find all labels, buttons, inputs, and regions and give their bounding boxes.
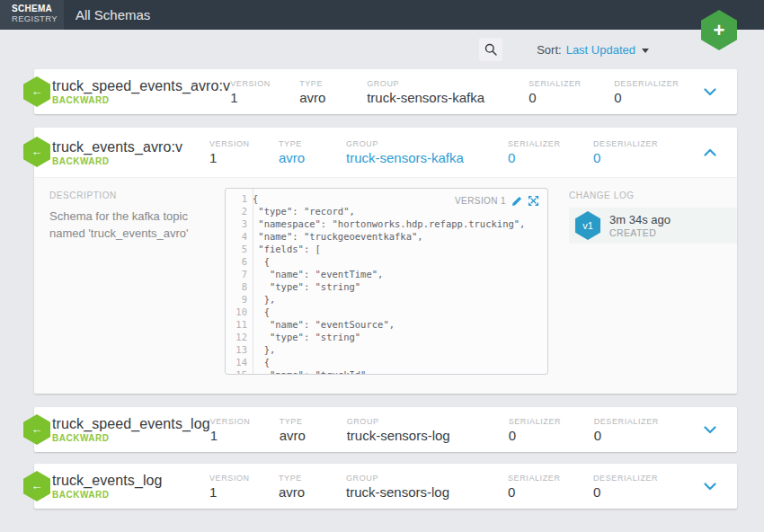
- line-number: 9: [226, 293, 253, 306]
- code-line: "name": "eventSource",: [253, 318, 395, 331]
- version-field: VERSION 1: [230, 79, 299, 105]
- deserializer-field: DESERIALIZER 0: [593, 139, 683, 165]
- type-field: TYPE avro: [280, 417, 347, 443]
- logo-line-2: REGISTRY: [12, 14, 64, 24]
- line-number: 15: [226, 368, 253, 375]
- compatibility-badge: BACKWARD: [52, 490, 209, 500]
- chevron-down-icon: [704, 483, 716, 491]
- code-version-label: VERSION 1: [455, 196, 506, 206]
- line-number: 11: [226, 318, 253, 331]
- type-value: avro: [299, 90, 367, 105]
- logo-line-1: SCHEMA: [12, 4, 64, 14]
- pencil-icon: [511, 196, 522, 207]
- compatibility-badge: BACKWARD: [52, 95, 230, 105]
- code-line: "fields": [: [253, 243, 321, 255]
- schema-name: truck_events_avro:v: [52, 139, 209, 155]
- changelog-section: CHANGE LOG v1 3m 34s ago CREATED: [569, 191, 737, 244]
- code-line: },: [253, 293, 275, 306]
- serializer-field: SERIALIZER 0: [508, 474, 593, 500]
- type-field: TYPE avro: [299, 79, 367, 105]
- serializer-value: 0: [508, 150, 593, 165]
- changelog-action: CREATED: [609, 227, 671, 238]
- deserializer-label: DESERIALIZER: [593, 474, 683, 483]
- version-label: VERSION: [210, 417, 280, 426]
- gutter-divider: [253, 189, 253, 374]
- deserializer-field: DESERIALIZER 0: [593, 474, 683, 500]
- line-number: 8: [226, 280, 253, 293]
- code-line: "namespace": "hortonworks.hdp.refapp.tru…: [253, 217, 525, 230]
- schema-card-header[interactable]: truck_events_log BACKWARD VERSION 1 TYPE…: [34, 464, 737, 509]
- fullscreen-button[interactable]: [528, 195, 539, 207]
- compatibility-badge: BACKWARD: [52, 433, 210, 443]
- line-number: 10: [226, 306, 253, 318]
- serializer-value: 0: [508, 484, 593, 500]
- schema-card-header[interactable]: truck_speed_events_avro:v BACKWARD VERSI…: [34, 69, 737, 114]
- group-field: GROUP truck-sensors-kafka: [367, 79, 529, 105]
- line-number: 2: [226, 205, 253, 217]
- chevron-up-icon: [704, 148, 716, 156]
- schema-card: ← truck_events_log BACKWARD VERSION 1 TY…: [34, 464, 737, 509]
- schema-detail-panel: DESCRIPTION Schema for the kafka topic n…: [34, 177, 737, 394]
- serializer-value: 0: [509, 428, 594, 443]
- group-field: GROUP truck-sensors-log: [346, 474, 508, 500]
- schema-card-header[interactable]: truck_speed_events_log BACKWARD VERSION …: [34, 407, 737, 452]
- schema-list: ← truck_speed_events_avro:v BACKWARD VER…: [0, 69, 764, 509]
- group-label: GROUP: [367, 79, 529, 88]
- type-field: TYPE avro: [279, 474, 346, 500]
- code-line: "type": "string": [253, 331, 360, 343]
- code-line: "name": "truckgeoeventkafka",: [253, 230, 423, 243]
- sort-dropdown[interactable]: Sort: Last Updated: [537, 43, 649, 57]
- app-logo[interactable]: SCHEMA REGISTRY: [0, 0, 64, 30]
- search-button[interactable]: [479, 38, 502, 61]
- type-value: avro: [279, 484, 346, 500]
- line-number: 13: [226, 343, 253, 356]
- version-value: 1: [209, 150, 279, 165]
- deserializer-label: DESERIALIZER: [614, 79, 683, 88]
- changelog-texts: 3m 34s ago CREATED: [609, 213, 671, 238]
- group-value: truck-sensors-kafka: [346, 150, 508, 165]
- line-number: 4: [226, 230, 253, 243]
- app-header: SCHEMA REGISTRY All Schemas: [0, 0, 764, 30]
- code-line: {: [253, 255, 270, 268]
- serializer-field: SERIALIZER 0: [529, 79, 614, 105]
- schema-card-expanded: ← truck_events_avro:v BACKWARD VERSION 1…: [34, 128, 737, 394]
- expand-card-button[interactable]: [683, 464, 737, 509]
- serializer-field: SERIALIZER 0: [508, 139, 593, 165]
- group-label: GROUP: [347, 417, 509, 426]
- sort-label: Sort:: [537, 43, 561, 57]
- edit-schema-button[interactable]: [511, 196, 522, 207]
- version-hexagon-badge: v1: [575, 211, 600, 240]
- schema-name-block: truck_speed_events_log BACKWARD: [52, 416, 210, 443]
- deserializer-value: 0: [594, 428, 683, 443]
- code-line: "type": "string": [253, 280, 360, 293]
- type-label: TYPE: [299, 79, 367, 88]
- version-label: VERSION: [230, 79, 299, 88]
- code-version-bar: VERSION 1: [455, 195, 539, 207]
- group-label: GROUP: [346, 139, 508, 148]
- sort-value: Last Updated: [566, 43, 635, 57]
- expand-card-button[interactable]: [683, 407, 737, 452]
- chevron-down-icon: [704, 426, 716, 434]
- group-value: truck-sensors-log: [346, 484, 508, 500]
- version-value: 1: [209, 484, 279, 500]
- deserializer-value: 0: [614, 90, 683, 105]
- changelog-entry: v1 3m 34s ago CREATED: [569, 208, 737, 244]
- version-label: VERSION: [209, 139, 279, 148]
- description-label: DESCRIPTION: [49, 191, 222, 200]
- line-number: 6: [226, 255, 253, 268]
- schema-card: ← truck_speed_events_avro:v BACKWARD VER…: [34, 69, 737, 114]
- schema-name: truck_speed_events_avro:v: [52, 78, 230, 94]
- code-line: "type": "record",: [253, 205, 355, 217]
- schema-card-header[interactable]: truck_events_avro:v BACKWARD VERSION 1 T…: [34, 128, 737, 177]
- schema-code-viewer: 1{ 2 "type": "record", 3 "namespace": "h…: [225, 188, 548, 375]
- type-label: TYPE: [279, 474, 346, 483]
- collapse-card-button[interactable]: [683, 128, 737, 177]
- group-label: GROUP: [346, 474, 508, 483]
- serializer-label: SERIALIZER: [529, 79, 614, 88]
- description-section: DESCRIPTION Schema for the kafka topic n…: [49, 191, 222, 243]
- deserializer-label: DESERIALIZER: [594, 417, 683, 426]
- line-number: 1: [226, 192, 253, 205]
- expand-card-button[interactable]: [683, 69, 737, 114]
- type-field: TYPE avro: [279, 139, 346, 165]
- version-value: 1: [210, 428, 280, 443]
